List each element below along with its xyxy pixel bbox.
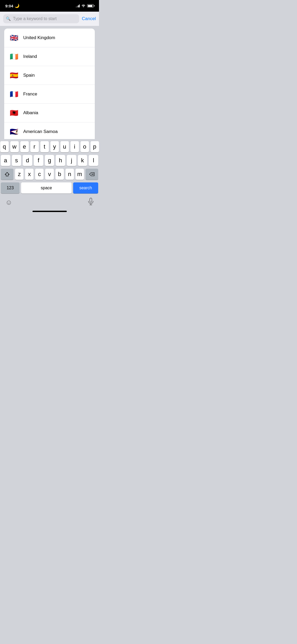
key-a[interactable]: a: [1, 155, 10, 166]
svg-rect-0: [90, 198, 92, 202]
key-row-2: a s d f g h j k l: [1, 155, 98, 166]
key-p[interactable]: p: [91, 141, 99, 152]
key-row-bottom: 123 space search: [1, 182, 98, 194]
delete-key[interactable]: [86, 169, 98, 180]
key-j[interactable]: j: [67, 155, 76, 166]
key-row-3: z x c v b n m: [1, 169, 98, 180]
home-indicator: [0, 209, 99, 215]
key-i[interactable]: i: [70, 141, 79, 152]
cancel-button[interactable]: Cancel: [82, 16, 96, 21]
country-item-ie[interactable]: 🇮🇪Ireland: [4, 47, 95, 66]
key-w[interactable]: w: [10, 141, 19, 152]
key-row-1: q w e r t y u i o p: [1, 141, 98, 152]
home-bar: [32, 211, 67, 212]
time-display: 9:04: [5, 4, 13, 8]
key-n[interactable]: n: [65, 169, 74, 180]
key-g[interactable]: g: [45, 155, 54, 166]
key-k[interactable]: k: [78, 155, 87, 166]
key-t[interactable]: t: [40, 141, 49, 152]
keyboard: q w e r t y u i o p a s d f g h j k l: [0, 139, 99, 215]
key-b[interactable]: b: [55, 169, 64, 180]
key-z[interactable]: z: [15, 169, 23, 180]
flag-ie: 🇮🇪: [8, 51, 20, 62]
search-input[interactable]: [13, 16, 77, 21]
key-m[interactable]: m: [76, 169, 84, 180]
moon-icon: 🌙: [15, 3, 20, 8]
flag-uk: 🇬🇧: [8, 32, 20, 43]
wifi-icon: [81, 4, 86, 8]
key-h[interactable]: h: [56, 155, 65, 166]
key-f[interactable]: f: [34, 155, 43, 166]
emoji-button[interactable]: ☺: [5, 198, 12, 206]
country-item-es[interactable]: 🇪🇸Spain: [4, 66, 95, 85]
space-key[interactable]: space: [21, 182, 71, 194]
country-name-ie: Ireland: [23, 54, 37, 59]
mic-button[interactable]: [88, 198, 94, 207]
flag-al: 🇦🇱: [8, 107, 20, 118]
key-y[interactable]: y: [50, 141, 59, 152]
country-item-uk[interactable]: 🇬🇧United Kingdom: [4, 29, 95, 47]
key-l[interactable]: l: [89, 155, 98, 166]
keyboard-rows: q w e r t y u i o p a s d f g h j k l: [0, 139, 99, 194]
search-key[interactable]: search: [73, 182, 98, 194]
key-d[interactable]: d: [23, 155, 32, 166]
status-icons: [76, 4, 94, 8]
flag-es: 🇪🇸: [8, 70, 20, 81]
search-input-wrapper[interactable]: 🔍: [3, 14, 79, 23]
key-v[interactable]: v: [45, 169, 54, 180]
country-name-es: Spain: [23, 73, 35, 78]
key-s[interactable]: s: [12, 155, 21, 166]
country-item-al[interactable]: 🇦🇱Albania: [4, 104, 95, 122]
search-icon: 🔍: [6, 16, 11, 21]
search-area: 🔍 Cancel: [0, 12, 99, 26]
key-q[interactable]: q: [0, 141, 9, 152]
country-item-as[interactable]: 🇦🇸American Samoa: [4, 122, 95, 141]
country-name-al: Albania: [23, 110, 38, 116]
country-name-uk: United Kingdom: [23, 35, 55, 40]
keyboard-bottom-row: ☺: [0, 196, 99, 209]
status-time: 9:04 🌙: [5, 3, 20, 8]
signal-icon: [76, 4, 80, 7]
key-x[interactable]: x: [25, 169, 34, 180]
shift-key[interactable]: [1, 169, 13, 180]
battery-icon: [87, 4, 94, 7]
key-c[interactable]: c: [35, 169, 44, 180]
key-u[interactable]: u: [60, 141, 69, 152]
country-name-fr: France: [23, 91, 37, 97]
flag-fr: 🇫🇷: [8, 89, 20, 100]
key-o[interactable]: o: [81, 141, 89, 152]
num-key[interactable]: 123: [1, 182, 20, 194]
country-item-fr[interactable]: 🇫🇷France: [4, 85, 95, 104]
country-name-as: American Samoa: [23, 129, 58, 134]
flag-as: 🇦🇸: [8, 126, 20, 137]
key-r[interactable]: r: [30, 141, 39, 152]
status-bar: 9:04 🌙: [0, 0, 99, 12]
key-e[interactable]: e: [20, 141, 29, 152]
